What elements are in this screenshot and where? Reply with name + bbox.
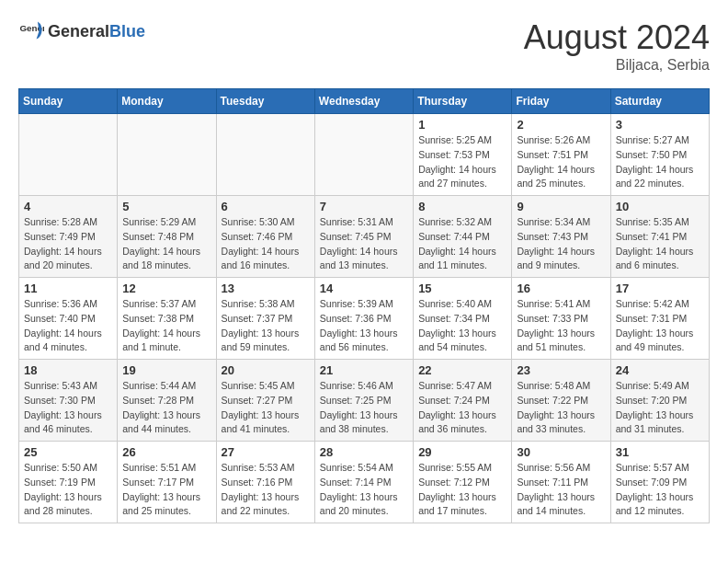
calendar-cell: 29Sunrise: 5:55 AMSunset: 7:12 PMDayligh… [414, 442, 512, 523]
calendar-week-1: 1Sunrise: 5:25 AMSunset: 7:53 PMDaylight… [19, 114, 710, 196]
day-number: 13 [222, 282, 310, 295]
day-detail: Sunrise: 5:40 AMSunset: 7:34 PMDaylight:… [418, 297, 506, 355]
day-number: 26 [122, 445, 210, 459]
day-number: 19 [122, 363, 210, 377]
calendar-table: SundayMondayTuesdayWednesdayThursdayFrid… [18, 88, 710, 523]
calendar-cell [216, 114, 314, 196]
day-number: 21 [320, 363, 408, 377]
day-detail: Sunrise: 5:34 AMSunset: 7:43 PMDaylight:… [517, 215, 605, 273]
calendar-cell: 15Sunrise: 5:40 AMSunset: 7:34 PMDayligh… [414, 278, 512, 360]
day-detail: Sunrise: 5:46 AMSunset: 7:25 PMDaylight:… [320, 379, 408, 437]
day-detail: Sunrise: 5:36 AMSunset: 7:40 PMDaylight:… [24, 297, 112, 355]
calendar-cell: 27Sunrise: 5:53 AMSunset: 7:16 PMDayligh… [216, 442, 314, 523]
day-number: 16 [517, 282, 605, 295]
day-detail: Sunrise: 5:31 AMSunset: 7:45 PMDaylight:… [320, 215, 408, 273]
day-number: 9 [517, 200, 605, 213]
day-detail: Sunrise: 5:48 AMSunset: 7:22 PMDaylight:… [517, 379, 605, 437]
logo-icon: General [18, 18, 44, 44]
calendar-cell: 26Sunrise: 5:51 AMSunset: 7:17 PMDayligh… [118, 442, 216, 523]
day-detail: Sunrise: 5:35 AMSunset: 7:41 PMDaylight:… [616, 215, 704, 273]
calendar-cell: 19Sunrise: 5:44 AMSunset: 7:28 PMDayligh… [118, 360, 216, 442]
day-number: 24 [616, 363, 704, 377]
day-detail: Sunrise: 5:28 AMSunset: 7:49 PMDaylight:… [24, 215, 112, 273]
logo-general-text: General [48, 22, 109, 40]
day-detail: Sunrise: 5:42 AMSunset: 7:31 PMDaylight:… [616, 297, 704, 355]
day-number: 20 [222, 363, 310, 377]
column-header-tuesday: Tuesday [216, 89, 314, 114]
column-header-wednesday: Wednesday [314, 89, 413, 114]
calendar-cell: 20Sunrise: 5:45 AMSunset: 7:27 PMDayligh… [216, 360, 314, 442]
calendar-cell: 9Sunrise: 5:34 AMSunset: 7:43 PMDaylight… [512, 196, 610, 278]
day-number: 6 [222, 200, 310, 213]
day-detail: Sunrise: 5:29 AMSunset: 7:48 PMDaylight:… [122, 215, 210, 273]
day-detail: Sunrise: 5:47 AMSunset: 7:24 PMDaylight:… [418, 379, 506, 437]
day-detail: Sunrise: 5:32 AMSunset: 7:44 PMDaylight:… [418, 215, 506, 273]
day-number: 31 [616, 445, 704, 459]
day-detail: Sunrise: 5:45 AMSunset: 7:27 PMDaylight:… [222, 379, 310, 437]
month-year-title: August 2024 [524, 18, 710, 57]
column-header-friday: Friday [512, 89, 610, 114]
title-block: August 2024 Biljaca, Serbia [524, 18, 710, 74]
calendar-cell: 22Sunrise: 5:47 AMSunset: 7:24 PMDayligh… [414, 360, 512, 442]
calendar-cell: 10Sunrise: 5:35 AMSunset: 7:41 PMDayligh… [610, 196, 709, 278]
day-detail: Sunrise: 5:25 AMSunset: 7:53 PMDaylight:… [418, 133, 506, 191]
calendar-cell: 2Sunrise: 5:26 AMSunset: 7:51 PMDaylight… [512, 114, 610, 196]
calendar-cell: 18Sunrise: 5:43 AMSunset: 7:30 PMDayligh… [19, 360, 118, 442]
day-number: 5 [122, 200, 210, 213]
calendar-cell: 25Sunrise: 5:50 AMSunset: 7:19 PMDayligh… [19, 442, 118, 523]
day-detail: Sunrise: 5:41 AMSunset: 7:33 PMDaylight:… [517, 297, 605, 355]
calendar-cell: 28Sunrise: 5:54 AMSunset: 7:14 PMDayligh… [314, 442, 413, 523]
day-number: 22 [418, 363, 506, 377]
calendar-cell: 11Sunrise: 5:36 AMSunset: 7:40 PMDayligh… [19, 278, 118, 360]
calendar-cell: 7Sunrise: 5:31 AMSunset: 7:45 PMDaylight… [314, 196, 413, 278]
day-number: 2 [517, 118, 605, 132]
calendar-cell: 16Sunrise: 5:41 AMSunset: 7:33 PMDayligh… [512, 278, 610, 360]
calendar-cell: 14Sunrise: 5:39 AMSunset: 7:36 PMDayligh… [314, 278, 413, 360]
calendar-cell: 31Sunrise: 5:57 AMSunset: 7:09 PMDayligh… [610, 442, 709, 523]
day-number: 12 [122, 282, 210, 295]
day-detail: Sunrise: 5:56 AMSunset: 7:11 PMDaylight:… [517, 461, 605, 519]
day-detail: Sunrise: 5:54 AMSunset: 7:14 PMDaylight:… [320, 461, 408, 519]
day-detail: Sunrise: 5:55 AMSunset: 7:12 PMDaylight:… [418, 461, 506, 519]
calendar-cell: 3Sunrise: 5:27 AMSunset: 7:50 PMDaylight… [610, 114, 709, 196]
day-number: 27 [222, 445, 310, 459]
calendar-cell: 21Sunrise: 5:46 AMSunset: 7:25 PMDayligh… [314, 360, 413, 442]
calendar-week-2: 4Sunrise: 5:28 AMSunset: 7:49 PMDaylight… [19, 196, 710, 278]
day-number: 28 [320, 445, 408, 459]
logo: General GeneralBlue [18, 18, 145, 44]
day-number: 8 [418, 200, 506, 213]
location-subtitle: Biljaca, Serbia [524, 57, 710, 74]
day-detail: Sunrise: 5:38 AMSunset: 7:37 PMDaylight:… [222, 297, 310, 355]
day-detail: Sunrise: 5:26 AMSunset: 7:51 PMDaylight:… [517, 133, 605, 191]
day-number: 10 [616, 200, 704, 213]
calendar-cell: 1Sunrise: 5:25 AMSunset: 7:53 PMDaylight… [414, 114, 512, 196]
day-number: 23 [517, 363, 605, 377]
day-number: 25 [24, 445, 112, 459]
day-detail: Sunrise: 5:44 AMSunset: 7:28 PMDaylight:… [122, 379, 210, 437]
day-number: 7 [320, 200, 408, 213]
calendar-cell: 13Sunrise: 5:38 AMSunset: 7:37 PMDayligh… [216, 278, 314, 360]
calendar-cell: 12Sunrise: 5:37 AMSunset: 7:38 PMDayligh… [118, 278, 216, 360]
calendar-cell: 8Sunrise: 5:32 AMSunset: 7:44 PMDaylight… [414, 196, 512, 278]
calendar-cell [314, 114, 413, 196]
day-number: 29 [418, 445, 506, 459]
column-header-sunday: Sunday [19, 89, 118, 114]
page-header: General GeneralBlue August 2024 Biljaca,… [18, 18, 710, 74]
calendar-cell [19, 114, 118, 196]
day-number: 15 [418, 282, 506, 295]
day-detail: Sunrise: 5:49 AMSunset: 7:20 PMDaylight:… [616, 379, 704, 437]
column-header-saturday: Saturday [610, 89, 709, 114]
day-detail: Sunrise: 5:50 AMSunset: 7:19 PMDaylight:… [24, 461, 112, 519]
day-number: 18 [24, 363, 112, 377]
calendar-week-4: 18Sunrise: 5:43 AMSunset: 7:30 PMDayligh… [19, 360, 710, 442]
column-header-monday: Monday [118, 89, 216, 114]
calendar-cell: 6Sunrise: 5:30 AMSunset: 7:46 PMDaylight… [216, 196, 314, 278]
logo-blue-text: Blue [109, 22, 145, 40]
calendar-header-row: SundayMondayTuesdayWednesdayThursdayFrid… [19, 89, 710, 114]
day-detail: Sunrise: 5:57 AMSunset: 7:09 PMDaylight:… [616, 461, 704, 519]
day-detail: Sunrise: 5:30 AMSunset: 7:46 PMDaylight:… [222, 215, 310, 273]
day-detail: Sunrise: 5:53 AMSunset: 7:16 PMDaylight:… [222, 461, 310, 519]
day-number: 17 [616, 282, 704, 295]
calendar-cell: 4Sunrise: 5:28 AMSunset: 7:49 PMDaylight… [19, 196, 118, 278]
day-detail: Sunrise: 5:37 AMSunset: 7:38 PMDaylight:… [122, 297, 210, 355]
